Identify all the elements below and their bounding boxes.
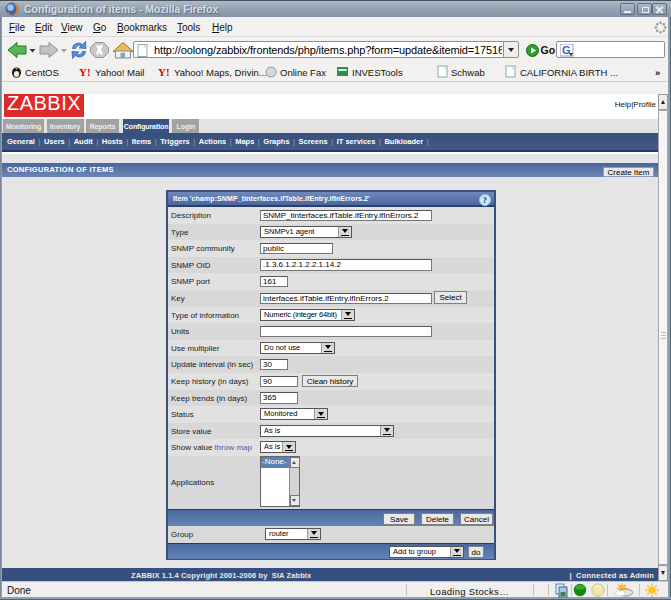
svg-text:?: ?: [483, 195, 488, 205]
svg-text:G: G: [562, 44, 571, 56]
svg-text:Y!: Y!: [79, 66, 91, 78]
svg-text:Y!: Y!: [158, 66, 170, 78]
